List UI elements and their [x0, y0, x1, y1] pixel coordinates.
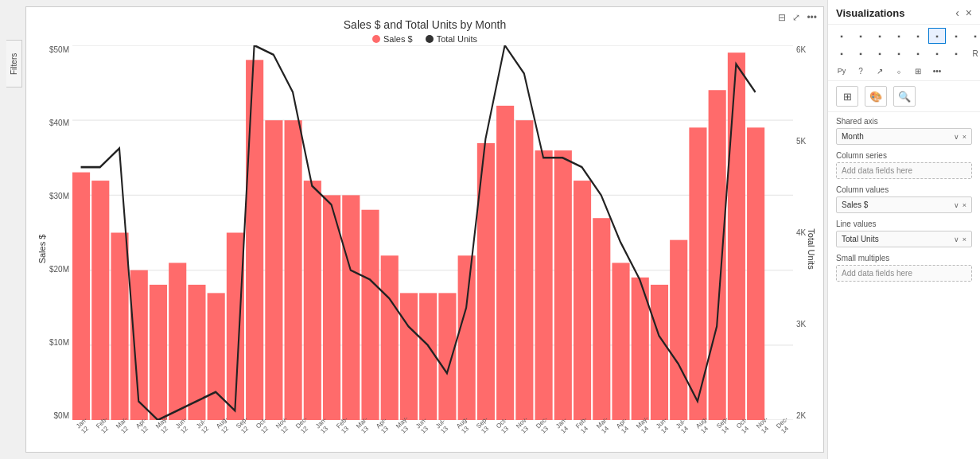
svg-rect-21: [361, 210, 379, 420]
expand-icon[interactable]: ⤢: [792, 12, 800, 23]
svg-rect-29: [515, 120, 533, 420]
chevron-down-icon3[interactable]: ∨: [954, 235, 959, 243]
viz-icon-py[interactable]: Py: [833, 63, 850, 79]
svg-rect-40: [728, 53, 745, 420]
shared-axis-field[interactable]: Month ∨ ×: [836, 128, 972, 145]
panel-header: Visualizations ‹ ×: [828, 0, 980, 25]
line-values-group: Line values Total Units ∨ ×: [836, 220, 972, 247]
fields-section: Shared axis Month ∨ × Column series Add …: [828, 112, 980, 459]
svg-rect-30: [535, 150, 553, 420]
filter-icon[interactable]: ⊟: [778, 12, 786, 23]
svg-rect-16: [265, 120, 282, 420]
svg-rect-36: [651, 285, 668, 420]
viz-icon-card[interactable]: ▪: [871, 45, 889, 61]
analytics-icon[interactable]: 🔍: [893, 86, 916, 107]
svg-rect-28: [496, 106, 514, 420]
viz-icon-flow[interactable]: ↗: [871, 63, 889, 79]
close-field-icon3[interactable]: ×: [962, 235, 966, 243]
close-field-icon[interactable]: ×: [962, 133, 966, 141]
shared-axis-group: Shared axis Month ∨ ×: [836, 117, 972, 145]
viz-icon-scatter[interactable]: ▪: [909, 28, 927, 44]
column-values-group: Column values Sales $ ∨ ×: [836, 185, 972, 213]
viz-icon-table[interactable]: ▪: [928, 45, 946, 61]
panel-back-icon[interactable]: ‹: [955, 6, 959, 19]
svg-rect-13: [208, 293, 225, 420]
chevron-down-icon2[interactable]: ∨: [954, 201, 959, 209]
chart-toolbar: ⊟ ⤢ •••: [778, 12, 817, 23]
svg-rect-11: [169, 263, 186, 420]
small-multiples-field[interactable]: Add data fields here: [836, 265, 972, 282]
viz-icon-matrix[interactable]: ▪: [947, 45, 965, 61]
viz-icon-decomp[interactable]: ⬦: [890, 63, 908, 79]
panel-close-icon[interactable]: ×: [966, 6, 972, 19]
panel-title: Visualizations: [836, 7, 904, 19]
viz-icon-map[interactable]: ▪: [966, 28, 980, 44]
svg-rect-31: [554, 150, 572, 420]
viz-icon-r[interactable]: R: [966, 45, 980, 61]
viz-icon-treemap[interactable]: ▪: [833, 45, 850, 61]
svg-rect-8: [111, 233, 128, 421]
y-axis-right-label: Total Units: [806, 228, 815, 269]
svg-rect-33: [593, 218, 610, 420]
small-multiples-group: Small multiples Add data fields here: [836, 254, 972, 282]
filters-tab[interactable]: Filters: [6, 40, 22, 88]
chart-title: Sales $ and Total Units by Month: [26, 7, 823, 34]
svg-rect-41: [747, 127, 764, 420]
svg-rect-26: [458, 255, 476, 420]
viz-icon-col[interactable]: ▪: [852, 28, 869, 44]
svg-rect-23: [400, 293, 418, 420]
svg-rect-10: [150, 285, 167, 420]
viz-icon-pie[interactable]: ▪: [947, 28, 965, 44]
x-axis: Jan-12 Feb-12 Mar-12 Apr-12 May-12 Jun-1…: [72, 422, 793, 452]
svg-rect-20: [342, 195, 360, 420]
svg-rect-32: [574, 181, 591, 420]
column-series-field[interactable]: Add data fields here: [836, 162, 972, 179]
svg-rect-17: [285, 120, 302, 420]
column-series-group: Column series Add data fields here: [836, 151, 972, 179]
close-field-icon2[interactable]: ×: [962, 201, 966, 209]
legend-units: Total Units: [426, 34, 477, 44]
svg-rect-34: [612, 263, 629, 420]
chart-legend: Sales $ Total Units: [26, 34, 823, 44]
right-panel: Visualizations ‹ × ▪ ▪ ▪ ▪ ▪ ▪ ▪ ▪ ▪ ▪ ▪…: [827, 0, 980, 459]
column-values-field[interactable]: Sales $ ∨ ×: [836, 196, 972, 213]
small-multiples-label: Small multiples: [836, 254, 972, 263]
svg-rect-6: [72, 173, 90, 420]
chart-area: ⊟ ⤢ ••• Sales $ and Total Units by Month…: [25, 6, 824, 453]
viz-icon-gauge[interactable]: ▪: [852, 45, 869, 61]
sales-dot: [372, 35, 380, 43]
svg-rect-24: [419, 293, 437, 420]
fields-icon[interactable]: ⊞: [836, 86, 858, 107]
svg-rect-39: [709, 90, 726, 420]
chevron-down-icon[interactable]: ∨: [954, 133, 959, 141]
action-icons: ⊞ 🎨 🔍: [828, 81, 980, 112]
line-values-field[interactable]: Total Units ∨ ×: [836, 231, 972, 247]
format-icon[interactable]: 🎨: [865, 86, 887, 107]
legend-sales: Sales $: [372, 34, 413, 44]
svg-rect-7: [91, 181, 109, 420]
chart-body: $50M $40M $30M $20M $10M $0M Sales $ 6K …: [26, 45, 823, 452]
y-axis-left: $50M $40M $30M $20M $10M $0M: [26, 45, 72, 420]
viz-icon-combo[interactable]: ▪: [928, 28, 946, 44]
svg-rect-18: [304, 181, 321, 420]
line-values-label: Line values: [836, 220, 972, 228]
column-values-label: Column values: [836, 185, 972, 194]
column-series-label: Column series: [836, 151, 972, 160]
viz-icon-kpi[interactable]: ▪: [890, 45, 908, 61]
shared-axis-label: Shared axis: [836, 117, 972, 126]
viz-icon-line[interactable]: ▪: [871, 28, 889, 44]
more-icon[interactable]: •••: [807, 12, 817, 23]
y-axis-left-label: Sales $: [37, 234, 47, 263]
viz-icons-row1: ▪ ▪ ▪ ▪ ▪ ▪ ▪ ▪ ▪ ▪ ▪ ▪ ▪ ▪ ▪ R Py ? ↗ ⬦…: [828, 25, 980, 81]
svg-rect-37: [670, 240, 687, 420]
viz-icon-slicer[interactable]: ▪: [909, 45, 927, 61]
viz-icon-custom[interactable]: ⊞: [909, 63, 927, 79]
viz-icon-qa[interactable]: ?: [852, 63, 869, 79]
viz-icon-more[interactable]: •••: [928, 63, 946, 79]
svg-rect-15: [246, 60, 263, 420]
viz-icon-bar[interactable]: ▪: [833, 28, 850, 44]
svg-rect-25: [438, 293, 456, 420]
svg-rect-12: [188, 285, 205, 420]
viz-icon-area[interactable]: ▪: [890, 28, 908, 44]
svg-rect-22: [381, 255, 399, 420]
